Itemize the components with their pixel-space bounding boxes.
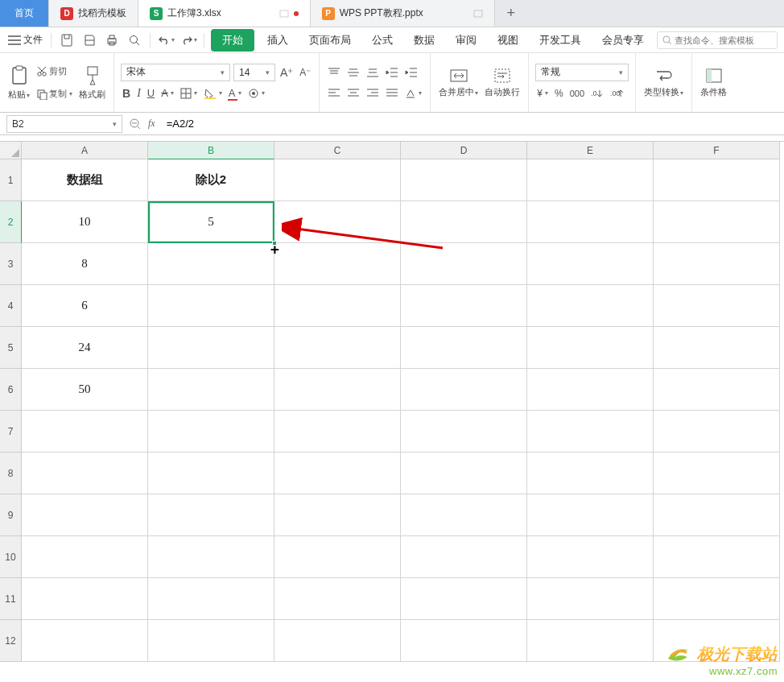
cell-B5[interactable]: [148, 327, 274, 369]
bold-button[interactable]: B: [121, 85, 132, 102]
cell-B6[interactable]: [148, 369, 274, 411]
command-search[interactable]: [657, 31, 778, 49]
cell-A4[interactable]: 6: [22, 285, 148, 327]
cell-D10[interactable]: [401, 536, 527, 578]
align-middle-button[interactable]: [345, 64, 361, 81]
cell-E2[interactable]: [527, 201, 654, 243]
window-mode-icon[interactable]: [279, 9, 289, 19]
menu-vip[interactable]: 会员专享: [594, 29, 652, 52]
cell-A5[interactable]: 24: [22, 327, 148, 369]
cond-format-button[interactable]: 条件格: [699, 67, 728, 98]
cell-C4[interactable]: [274, 285, 401, 327]
cell-B1[interactable]: 除以2: [148, 159, 274, 201]
command-search-input[interactable]: [675, 35, 772, 45]
cell-B7[interactable]: [148, 411, 274, 453]
cell-E8[interactable]: [527, 453, 654, 494]
cell-B2[interactable]: 5: [148, 201, 274, 243]
cell-C2[interactable]: [274, 201, 401, 243]
cell-E9[interactable]: [527, 494, 654, 536]
increase-font-button[interactable]: A⁺: [279, 64, 295, 81]
underline-button[interactable]: U: [146, 85, 156, 102]
cell-B12[interactable]: [148, 620, 274, 662]
cell-E3[interactable]: [527, 243, 654, 285]
cell-C12[interactable]: [274, 620, 401, 662]
col-head-E[interactable]: E: [527, 142, 654, 159]
menu-page-layout[interactable]: 页面布局: [301, 29, 359, 52]
cell-E5[interactable]: [527, 327, 654, 369]
menu-data[interactable]: 数据: [406, 29, 443, 52]
cell-C7[interactable]: [274, 411, 401, 453]
row-head-4[interactable]: 4: [0, 285, 22, 327]
font-size-select[interactable]: 14▾: [233, 64, 275, 81]
cell-A7[interactable]: [22, 411, 148, 453]
fx-icon[interactable]: fx: [148, 118, 155, 130]
font-color-button[interactable]: A: [227, 85, 243, 102]
align-right-button[interactable]: [365, 85, 381, 102]
cell-C5[interactable]: [274, 327, 401, 369]
cell-C1[interactable]: [274, 159, 401, 201]
print-preview-button[interactable]: [126, 31, 143, 49]
cell-B4[interactable]: [148, 285, 274, 327]
increase-indent-button[interactable]: [403, 64, 419, 81]
cell-B10[interactable]: [148, 536, 274, 578]
cell-E6[interactable]: [527, 369, 654, 411]
cell-A1[interactable]: 数据组: [22, 159, 148, 201]
decrease-indent-button[interactable]: [384, 64, 400, 81]
cell-D1[interactable]: [401, 159, 527, 201]
menu-view[interactable]: 视图: [489, 29, 526, 52]
cell-D12[interactable]: [401, 620, 527, 662]
save-as-button[interactable]: [80, 31, 98, 49]
cell-A6[interactable]: 50: [22, 369, 148, 411]
cell-F6[interactable]: [654, 369, 780, 411]
number-format-select[interactable]: 常规▾: [535, 64, 629, 81]
wrap-text-button[interactable]: 自动换行: [483, 67, 522, 98]
row-head-12[interactable]: 12: [0, 620, 22, 662]
row-head-5[interactable]: 5: [0, 327, 22, 369]
type-convert-button[interactable]: 类型转换: [642, 67, 685, 98]
fill-color-button[interactable]: [202, 85, 224, 102]
decrease-font-button[interactable]: A⁻: [298, 64, 312, 81]
cell-A11[interactable]: [22, 578, 148, 620]
cell-C9[interactable]: [274, 494, 401, 536]
col-head-D[interactable]: D: [401, 142, 527, 159]
cell-E11[interactable]: [527, 578, 654, 620]
align-center-button[interactable]: [345, 85, 361, 102]
cell-B8[interactable]: [148, 453, 274, 494]
format-painter-button[interactable]: 格式刷: [77, 64, 107, 101]
cell-F3[interactable]: [654, 243, 780, 285]
menu-dev-tools[interactable]: 开发工具: [531, 29, 589, 52]
cell-E12[interactable]: [527, 620, 654, 662]
zoom-out-icon[interactable]: [129, 118, 142, 130]
cell-D2[interactable]: [401, 201, 527, 243]
align-left-button[interactable]: [326, 85, 342, 102]
cell-F1[interactable]: [654, 159, 780, 201]
row-head-11[interactable]: 11: [0, 578, 22, 620]
cell-F8[interactable]: [654, 453, 780, 494]
row-head-1[interactable]: 1: [0, 159, 22, 201]
col-head-B[interactable]: B: [148, 142, 274, 159]
copy-button[interactable]: 复制: [35, 85, 74, 103]
cell-B11[interactable]: [148, 578, 274, 620]
cell-A2[interactable]: 10: [22, 201, 148, 243]
font-family-select[interactable]: 宋体▾: [121, 64, 230, 81]
undo-button[interactable]: [157, 31, 175, 49]
paste-button[interactable]: 粘贴: [6, 64, 31, 101]
cell-C8[interactable]: [274, 453, 401, 494]
name-box[interactable]: B2 ▾: [6, 115, 122, 133]
cell-F9[interactable]: [654, 494, 780, 536]
row-head-2[interactable]: 2: [0, 201, 22, 243]
cell-A9[interactable]: [22, 494, 148, 536]
cell-D11[interactable]: [401, 578, 527, 620]
merge-center-button[interactable]: 合并居中: [437, 67, 480, 98]
cell-D9[interactable]: [401, 494, 527, 536]
cell-E10[interactable]: [527, 536, 654, 578]
row-head-10[interactable]: 10: [0, 536, 22, 578]
cell-A8[interactable]: [22, 453, 148, 494]
strikethrough-button[interactable]: A: [159, 85, 175, 102]
cell-D3[interactable]: [401, 243, 527, 285]
orientation-button[interactable]: [403, 85, 423, 102]
hamburger-menu[interactable]: 文件: [6, 33, 44, 47]
tab-home[interactable]: 首页: [0, 0, 49, 27]
decrease-decimal-button[interactable]: .00: [609, 85, 625, 102]
cell-F4[interactable]: [654, 285, 780, 327]
